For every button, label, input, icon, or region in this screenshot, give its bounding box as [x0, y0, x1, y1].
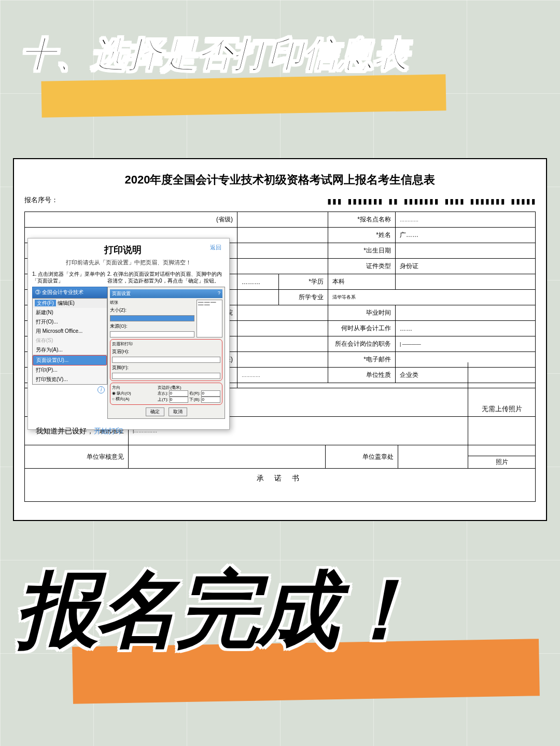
cell-stamp: 单位盖章处	[326, 445, 398, 468]
ok-button[interactable]: 确定	[146, 407, 164, 416]
menu-ms[interactable]: 用 Microsoft Office...	[33, 327, 107, 336]
reg-number-label: 报名序号：	[24, 195, 58, 206]
dialog-title: 打印说明	[104, 244, 142, 256]
info-icon: i	[97, 386, 105, 393]
menu-print[interactable]: 打印(P)...	[33, 365, 107, 375]
menu-save: 保存(S)	[33, 336, 107, 345]
cell-review: 单位审核意见	[25, 445, 129, 468]
page-setup-dialog: 页面设置? 纸张 大小(Z): 来源(O): ═══ ═══ ═══ ═══ ═…	[107, 287, 225, 419]
footer-text: 我知道并已设好，	[36, 427, 94, 435]
paper-source-select[interactable]	[110, 331, 194, 337]
menu-open[interactable]: 打开(O)...	[33, 317, 107, 327]
file-menu: 文件(F) 编辑(E) 新建(N) 打开(O)... 用 Microsoft O…	[32, 298, 107, 385]
yellow-highlight	[41, 74, 446, 118]
cell-regpoint: *报名点名称	[328, 212, 396, 227]
cell-when: 何时从事会计工作	[328, 321, 396, 336]
cell-name: *姓名	[328, 228, 396, 243]
menu-pagesetup[interactable]: 页面设置(U)...	[33, 355, 107, 365]
start-print-link[interactable]: 开始打印	[94, 427, 123, 435]
step2-text: 2. 在弹出的页面设置对话框中的页眉、页脚中的内容清空，页边距都置为0，再点击「…	[107, 271, 225, 284]
form-title: 2020年度全国会计专业技术初级资格考试网上报名考生信息表	[24, 172, 536, 188]
menu-new[interactable]: 新建(N)	[33, 308, 107, 317]
footer-input[interactable]	[112, 373, 220, 379]
cell-post: 所在会计岗位的职务	[328, 336, 396, 351]
cell-birth: *出生日期	[328, 243, 396, 258]
paper-size-select[interactable]	[110, 315, 194, 321]
cell-edu: *学历	[279, 274, 328, 289]
margins-highlight: 方向 ◉ 纵向(O) ○ 横向(A) 页边距(毫米) 左(L):0右(R):0 …	[110, 383, 222, 405]
menu-preview[interactable]: 打印预览(V)...	[33, 375, 107, 384]
cancel-button[interactable]: 取消	[169, 407, 187, 416]
completion-heading: 报名完成！	[16, 555, 417, 667]
header-footer-highlight: 页眉和打印 页眉(H): 页脚(F):	[110, 339, 222, 381]
dialog-subtitle: 打印前请先从「页面设置」中把页眉、页脚清空！	[28, 259, 229, 266]
menu-saveas[interactable]: 另存为(A)...	[33, 345, 107, 355]
print-instructions-dialog: 打印说明 返回 打印前请先从「页面设置」中把页眉、页脚清空！ 1. 点击浏览器「…	[27, 238, 230, 430]
cell-idtype: 证件类型	[328, 259, 396, 274]
step-heading: 十、选择是否打印信息表	[21, 31, 409, 78]
cell-gradtime: 毕业时间	[328, 305, 396, 320]
step1-text: 1. 点击浏览器「文件」菜单中的「页面设置」	[32, 271, 107, 284]
promise-title: 承 诺 书	[257, 474, 303, 483]
cell-major: 所学专业	[279, 290, 328, 305]
info-table: (省级) *报名点名称 ………… *姓名 广…… *出生日期	[24, 212, 536, 502]
photo-caption: 照片	[468, 456, 535, 469]
header-input[interactable]	[112, 357, 220, 363]
dialog-close-link[interactable]: 返回	[210, 244, 221, 256]
photo-upload-box: 无需上传照片	[468, 362, 535, 456]
help-icon[interactable]: ?	[218, 290, 220, 297]
barcode: ▮▮▮ ▮▮▮▮▮▮▮ ▮▮ ▮▮▮▮▮▮▮ ▮▮▮▮ ▮▮▮▮▮▮▮ ▮▮▮▮…	[327, 195, 536, 206]
cell-province: (省级)	[25, 212, 237, 227]
registration-form-screenshot: 2020年度全国会计专业技术初级资格考试网上报名考生信息表 报名序号： ▮▮▮ …	[13, 158, 547, 521]
browser-titlebar: ③ 全国会计专业技术	[32, 287, 107, 298]
